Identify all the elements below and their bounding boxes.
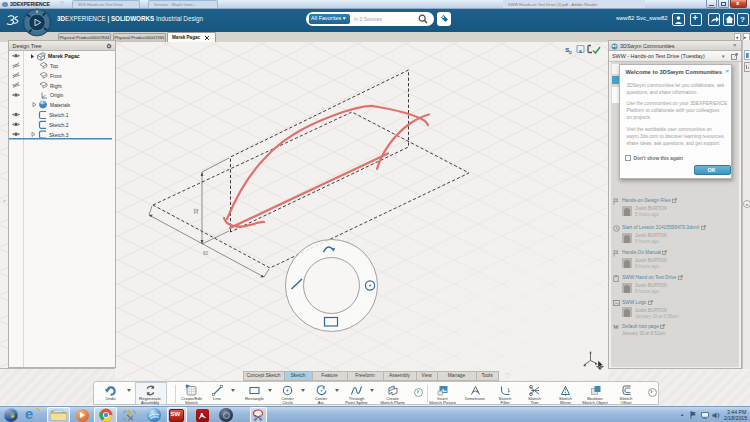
svg-text:32: 32	[193, 208, 199, 214]
svg-text:60: 60	[203, 251, 209, 256]
svg-text:Materials: Materials	[50, 102, 71, 108]
svg-text:Top: Top	[50, 63, 58, 69]
svg-text:s: s	[579, 48, 582, 54]
svg-text:Origin: Origin	[50, 92, 64, 98]
svg-text:Sketch.1: Sketch.1	[49, 112, 69, 118]
svg-text:Front: Front	[50, 73, 62, 79]
svg-text:Right: Right	[50, 83, 62, 89]
svg-text:Marek Pagac: Marek Pagac	[48, 53, 80, 59]
svg-text:o: o	[569, 49, 572, 55]
svg-text:Sketch.2: Sketch.2	[49, 122, 69, 128]
svg-text:Sketch.3: Sketch.3	[49, 132, 69, 138]
